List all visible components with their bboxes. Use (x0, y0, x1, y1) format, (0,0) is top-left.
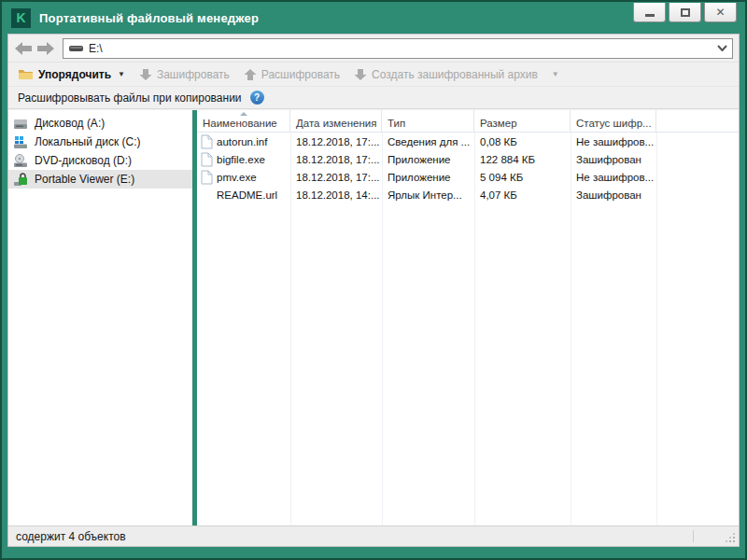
file-encryption-status: Не зашифров... (571, 136, 656, 147)
sort-ascending-icon (240, 112, 247, 116)
file-row-pmv[interactable]: pmv.exe 18.12.2018, 17:... Приложение 5 … (197, 168, 739, 186)
file-size: 4,07 КБ (474, 189, 571, 201)
sidebar-item-label: Локальный диск (C:) (35, 135, 141, 148)
sidebar-item-label: DVD-дисковод (D:) (35, 154, 132, 167)
folder-icon (18, 68, 34, 80)
status-separator (693, 530, 694, 542)
file-encryption-status: Не зашифров... (571, 172, 656, 183)
column-header-status[interactable]: Статус шифр... (571, 110, 656, 132)
create-archive-button[interactable]: Создать зашифрованный архив ▼ (354, 68, 559, 81)
status-bar: содержит 4 объектов (8, 525, 739, 546)
file-icon (201, 170, 213, 185)
file-name: bigfile.exe (217, 154, 265, 165)
address-bar[interactable]: E:\ (63, 38, 733, 59)
back-button[interactable] (12, 39, 35, 58)
maximize-button[interactable] (669, 3, 701, 22)
file-row-autorun[interactable]: autorun.inf 18.12.2018, 17:... Сведения … (197, 133, 739, 150)
file-date: 18.12.2018, 17:... (290, 136, 382, 147)
sidebar-item-drive-d[interactable]: DVD-дисковод (D:) (8, 151, 192, 170)
decrypt-button[interactable]: Расшифровать (244, 68, 340, 81)
close-icon: ✕ (715, 6, 725, 19)
navigation-bar: E:\ (8, 35, 739, 63)
file-type: Ярлык Интер... (382, 189, 474, 201)
create-archive-dropdown-icon: ▼ (552, 71, 559, 78)
encrypt-button[interactable]: Зашифровать (139, 68, 230, 81)
column-gridline (571, 133, 571, 525)
file-date: 18.12.2018, 17:... (290, 154, 382, 165)
decrypt-arrow-up-icon (244, 68, 257, 81)
file-name: autorun.inf (217, 136, 267, 147)
organize-dropdown-icon: ▼ (118, 71, 125, 78)
locked-drive-icon (13, 173, 29, 187)
column-header-name[interactable]: Наименование (197, 110, 290, 132)
file-type: Приложение (382, 154, 474, 165)
create-archive-label: Создать зашифрованный архив (372, 68, 538, 81)
file-icon (201, 134, 213, 149)
floppy-drive-icon (13, 117, 29, 131)
organize-label: Упорядочить (38, 68, 111, 81)
column-gridline (382, 133, 383, 525)
decrypt-label: Расшифровать (261, 68, 340, 81)
column-header-status-label: Статус шифр... (576, 118, 652, 129)
encrypt-arrow-down-icon (139, 68, 152, 81)
forward-button[interactable] (35, 39, 57, 58)
window-title: Портативный файловый менеджер (39, 11, 259, 25)
forward-arrow-icon (36, 41, 55, 56)
chevron-down-icon[interactable] (717, 45, 727, 51)
column-header-type-label: Тип (388, 118, 405, 129)
column-gridline (474, 133, 475, 525)
sidebar-item-label: Дисковод (A:) (35, 117, 105, 130)
back-arrow-icon (14, 41, 33, 56)
file-name: README.url (217, 189, 277, 201)
column-header-filler (656, 110, 739, 132)
file-type: Сведения для ... (382, 136, 474, 147)
sidebar-item-drive-c[interactable]: Локальный диск (C:) (8, 133, 192, 151)
column-header-size[interactable]: Размер (474, 110, 571, 132)
kaspersky-logo-icon: K (11, 8, 31, 28)
drive-icon (68, 43, 84, 53)
sidebar-item-label: Portable Viewer (E:) (35, 173, 134, 186)
drive-tree: Дисковод (A:) Локальный диск (C:) (8, 110, 192, 525)
file-icon-empty (201, 188, 213, 203)
column-gridline (656, 133, 657, 525)
toolbar: Упорядочить ▼ Зашифровать Расшифровать (8, 63, 739, 87)
column-header-name-label: Наименование (203, 118, 277, 129)
address-text: E:\ (89, 42, 103, 55)
column-header-date[interactable]: Дата изменения (290, 110, 382, 132)
window-controls: ✕ (633, 3, 737, 22)
help-icon[interactable]: ? (250, 91, 264, 105)
column-header-type[interactable]: Тип (382, 110, 474, 132)
archive-arrow-down-icon (354, 68, 367, 81)
sidebar-item-drive-a[interactable]: Дисковод (A:) (8, 114, 192, 133)
hard-drive-icon (13, 135, 29, 149)
file-size: 5 094 КБ (474, 172, 571, 183)
app-window: K Портативный файловый менеджер ✕ (0, 0, 747, 560)
encrypt-label: Зашифровать (157, 68, 230, 81)
file-encryption-status: Зашифрован (571, 154, 656, 165)
options-bar: Расшифровывать файлы при копировании ? (8, 87, 739, 109)
minimize-icon (645, 14, 655, 17)
column-gridline (290, 133, 291, 525)
file-row-readme[interactable]: README.url 18.12.2018, 14:... Ярлык Инте… (197, 186, 739, 203)
file-size: 122 884 КБ (474, 154, 571, 165)
file-name: pmv.exe (217, 172, 257, 183)
decrypt-on-copy-label[interactable]: Расшифровывать файлы при копировании (18, 91, 242, 105)
file-list-header: Наименование Дата изменения Тип Размер С… (197, 110, 739, 133)
window-content: E:\ Упорядочить ▼ Зашифро (7, 34, 740, 547)
file-row-bigfile[interactable]: bigfile.exe 18.12.2018, 17:... Приложени… (197, 150, 739, 168)
column-header-date-label: Дата изменения (296, 118, 376, 129)
close-button[interactable]: ✕ (704, 3, 737, 22)
minimize-button[interactable] (633, 3, 666, 22)
status-text: содержит 4 объектов (16, 530, 126, 543)
file-type: Приложение (382, 172, 474, 183)
main-area: Дисковод (A:) Локальный диск (C:) (8, 110, 739, 525)
sidebar-item-drive-e[interactable]: Portable Viewer (E:) (8, 170, 192, 189)
file-date: 18.12.2018, 17:... (290, 172, 382, 183)
resize-grip[interactable] (733, 540, 735, 542)
column-header-size-label: Размер (480, 118, 517, 129)
dvd-drive-icon (13, 154, 29, 168)
organize-button[interactable]: Упорядочить ▼ (18, 68, 125, 81)
maximize-icon (681, 8, 690, 17)
file-list: Наименование Дата изменения Тип Размер С… (197, 110, 739, 525)
file-encryption-status: Зашифрован (571, 189, 656, 201)
